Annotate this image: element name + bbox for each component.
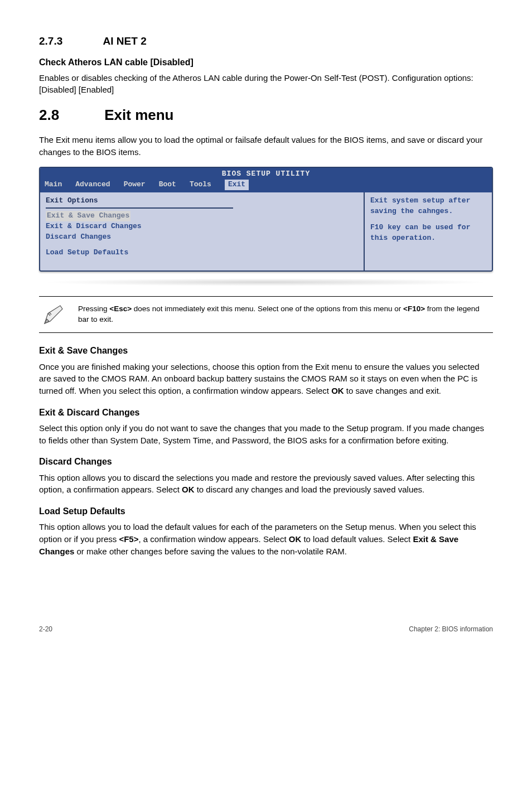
bios-tab-tools: Tools	[190, 180, 211, 190]
section-2-8-intro: The Exit menu items allow you to load th…	[39, 134, 493, 158]
heading-discard-changes: Discard Changes	[39, 455, 493, 468]
bios-setup-screenshot: BIOS SETUP UTILITY Main Advanced Power B…	[39, 167, 493, 272]
note-f10: <F10>	[403, 305, 425, 313]
section-title: AI NET 2	[103, 35, 147, 47]
note-text-p2: does not immediately exit this menu. Sel…	[132, 305, 403, 313]
body-discard-changes: This option allows you to discard the se…	[39, 472, 493, 496]
bios-item-discard: Discard Changes	[46, 232, 358, 243]
bios-left-pane: Exit Options Exit & Save Changes Exit & …	[40, 192, 365, 270]
section-title: Exit menu	[104, 107, 173, 123]
section-2-8-heading: 2.8 Exit menu	[39, 105, 493, 126]
bios-tab-boot: Boot	[159, 180, 176, 190]
option-heading-check-atheros: Check Atheros LAN cable [Disabled]	[39, 56, 493, 69]
bios-item-load-defaults: Load Setup Defaults	[46, 248, 358, 258]
bios-item-exit-discard: Exit & Discard Changes	[46, 221, 358, 232]
bios-right-pane: Exit system setup after saving the cahng…	[364, 192, 492, 270]
bios-menubar: BIOS SETUP UTILITY Main Advanced Power B…	[40, 168, 492, 192]
section-2-7-3-heading: 2.7.3 AI NET 2	[39, 33, 493, 49]
option-body-check-atheros: Enables or disables checking of the Athe…	[39, 72, 493, 96]
heading-load-setup-defaults: Load Setup Defaults	[39, 505, 493, 518]
footer-chapter: Chapter 2: BIOS information	[409, 625, 493, 634]
body-load-setup-defaults: This option allows you to load the defau…	[39, 521, 493, 557]
note-text-p1: Pressing	[78, 305, 109, 313]
decorative-shadow	[42, 278, 490, 286]
section-number: 2.8	[39, 105, 100, 126]
heading-exit-save-changes: Exit & Save Changes	[39, 344, 493, 357]
note-block: Pressing <Esc> does not immediately exit…	[39, 296, 493, 333]
body-exit-discard-changes: Select this option only if you do not wa…	[39, 422, 493, 447]
note-text: Pressing <Esc> does not immediately exit…	[78, 304, 491, 325]
bios-title: BIOS SETUP UTILITY	[45, 169, 487, 180]
bios-body: Exit Options Exit & Save Changes Exit & …	[40, 192, 492, 270]
bios-help-text-2: F10 key can be used for this operation.	[370, 223, 486, 244]
bios-tab-advanced: Advanced	[75, 180, 110, 190]
bios-tab-power: Power	[124, 180, 146, 190]
footer-page-number: 2-20	[39, 625, 52, 634]
bios-help-text-1: Exit system setup after saving the cahng…	[370, 196, 486, 217]
section-number: 2.7.3	[39, 33, 100, 49]
heading-exit-discard-changes: Exit & Discard Changes	[39, 406, 493, 419]
pencil-note-icon	[41, 302, 66, 327]
bios-item-exit-save: Exit & Save Changes	[46, 211, 130, 221]
body-exit-save-changes: Once you are finished making your select…	[39, 361, 493, 397]
bios-exit-options-header: Exit Options	[46, 196, 358, 206]
bios-tabs: Main Advanced Power Boot Tools Exit	[45, 180, 487, 190]
bios-divider	[46, 207, 233, 209]
note-esc: <Esc>	[109, 305, 132, 313]
page-footer: 2-20 Chapter 2: BIOS information	[39, 625, 493, 634]
bios-tab-main: Main	[45, 180, 62, 190]
bios-tab-exit: Exit	[225, 180, 249, 190]
